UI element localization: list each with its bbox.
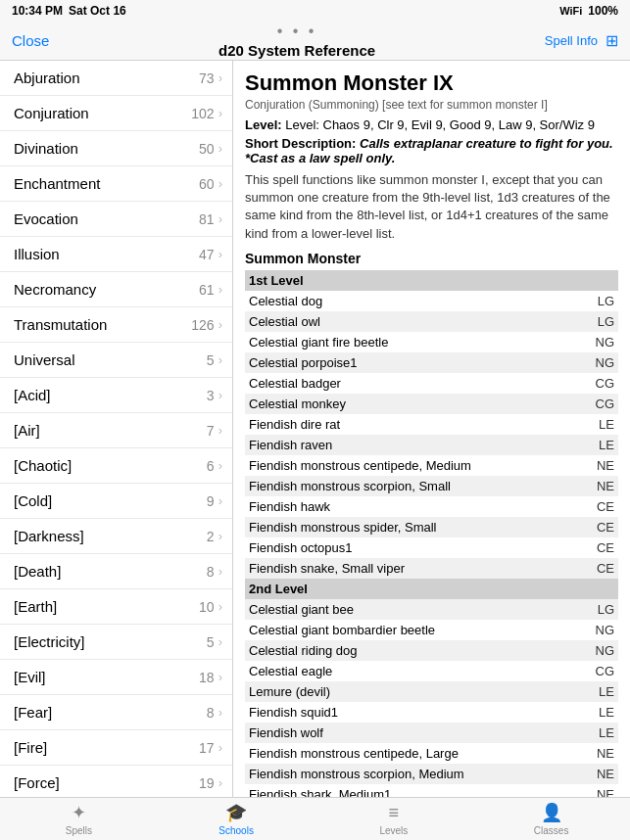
table-row[interactable]: Fiendish monstrous centipede, Large NE <box>245 743 618 764</box>
creature-align: NE <box>562 764 618 784</box>
sidebar-item[interactable]: Divination 50 › <box>0 131 232 166</box>
tab-classes[interactable]: 👤 Classes <box>472 798 630 840</box>
creature-name: Celestial eagle <box>245 661 562 681</box>
table-row[interactable]: Celestial monkey CG <box>245 394 618 414</box>
summon-table: 1st Level Celestial dog LG Celestial owl… <box>245 270 618 797</box>
table-row[interactable]: Fiendish monstrous spider, Small CE <box>245 517 618 537</box>
sidebar-item[interactable]: Enchantment 60 › <box>0 166 232 202</box>
creature-align: NG <box>562 620 618 640</box>
short-desc-label: Short Description: <box>245 136 356 151</box>
creature-name: Celestial porpoise1 <box>245 352 562 373</box>
table-row[interactable]: Fiendish raven LE <box>245 435 618 455</box>
table-row[interactable]: Celestial giant bombardier beetle NG <box>245 620 618 640</box>
creature-align: NE <box>562 476 618 496</box>
sidebar-item-right: 5 › <box>207 634 222 650</box>
sidebar-item-count: 7 <box>207 423 215 439</box>
table-row[interactable]: Celestial porpoise1 NG <box>245 352 618 373</box>
sidebar-item-right: 8 › <box>207 705 222 721</box>
sidebar-item[interactable]: Necromancy 61 › <box>0 272 232 307</box>
close-button[interactable]: Close <box>12 32 49 49</box>
chevron-right-icon: › <box>218 599 222 614</box>
sidebar-item[interactable]: [Darkness] 2 › <box>0 519 232 554</box>
table-row[interactable]: Fiendish monstrous scorpion, Small NE <box>245 476 618 496</box>
tab-schools[interactable]: 🎓 Schools <box>158 798 315 840</box>
table-row[interactable]: Celestial eagle CG <box>245 661 618 681</box>
chevron-right-icon: › <box>218 493 222 508</box>
sidebar-item[interactable]: Abjuration 73 › <box>0 61 232 96</box>
sidebar-item-count: 5 <box>207 634 215 650</box>
spell-title: Summon Monster IX <box>245 70 618 96</box>
sidebar-item[interactable]: [Acid] 3 › <box>0 378 232 413</box>
sidebar-item-label: Evocation <box>14 210 78 227</box>
sidebar-item[interactable]: [Air] 7 › <box>0 413 232 448</box>
sidebar-item[interactable]: [Force] 19 › <box>0 766 232 797</box>
sidebar-item[interactable]: Transmutation 126 › <box>0 307 232 343</box>
sidebar-item-right: 50 › <box>199 141 222 157</box>
sidebar-item-label: [Fire] <box>14 739 47 756</box>
sidebar-item[interactable]: [Earth] 10 › <box>0 589 232 625</box>
chevron-right-icon: › <box>218 70 222 85</box>
table-row[interactable]: Fiendish snake, Small viper CE <box>245 558 618 579</box>
sidebar-item-count: 60 <box>199 176 215 192</box>
table-row[interactable]: Fiendish wolf LE <box>245 723 618 743</box>
sidebar-item[interactable]: [Cold] 9 › <box>0 484 232 519</box>
sidebar-item[interactable]: [Fear] 8 › <box>0 695 232 730</box>
sidebar-item-right: 19 › <box>199 775 222 791</box>
sidebar-item-count: 9 <box>207 493 215 509</box>
sidebar-item-right: 3 › <box>207 388 222 403</box>
table-row[interactable]: Celestial owl LG <box>245 311 618 332</box>
table-row[interactable]: Celestial riding dog NG <box>245 640 618 661</box>
table-row[interactable]: Celestial giant bee LG <box>245 599 618 620</box>
sidebar-item-count: 126 <box>191 317 214 333</box>
creature-name: Lemure (devil) <box>245 681 562 702</box>
sidebar-item-label: [Earth] <box>14 598 57 615</box>
creature-name: Celestial monkey <box>245 394 562 414</box>
tab-levels[interactable]: ≡ Levels <box>315 798 473 840</box>
sidebar-item[interactable]: Evocation 81 › <box>0 202 232 237</box>
grid-icon[interactable]: ⊞ <box>606 31 618 50</box>
table-row[interactable]: Fiendish monstrous centipede, Medium NE <box>245 455 618 476</box>
tab-spells[interactable]: ✦ Spells <box>0 798 158 840</box>
creature-name: Fiendish monstrous spider, Small <box>245 517 562 537</box>
table-row[interactable]: Fiendish hawk CE <box>245 496 618 517</box>
table-row[interactable]: Fiendish shark, Medium1 NE <box>245 784 618 797</box>
level-header: 2nd Level <box>245 579 618 599</box>
table-row[interactable]: Celestial giant fire beetle NG <box>245 332 618 352</box>
sidebar-item[interactable]: Conjuration 102 › <box>0 96 232 131</box>
chevron-right-icon: › <box>218 352 222 367</box>
sidebar-item-right: 9 › <box>207 493 222 509</box>
sidebar-item-label: Illusion <box>14 246 60 262</box>
creature-name: Fiendish monstrous centipede, Medium <box>245 455 562 476</box>
sidebar-item-count: 81 <box>199 211 215 227</box>
sidebar-item[interactable]: [Chaotic] 6 › <box>0 448 232 484</box>
table-row[interactable]: Celestial dog LG <box>245 291 618 311</box>
sidebar-item[interactable]: [Electricity] 5 › <box>0 625 232 660</box>
creature-name: Fiendish squid1 <box>245 702 562 723</box>
spell-subtitle: Conjuration (Summoning) [see text for su… <box>245 98 618 112</box>
sidebar-item-count: 8 <box>207 705 215 721</box>
spell-short-desc: Short Description: Calls extraplanar cre… <box>245 136 618 165</box>
status-bar: 10:34 PM Sat Oct 16 WiFi 100% <box>0 0 630 22</box>
sidebar-item[interactable]: Universal 5 › <box>0 343 232 378</box>
creature-align: NG <box>562 352 618 373</box>
sidebar-item-count: 17 <box>199 740 215 756</box>
table-row[interactable]: Fiendish dire rat LE <box>245 414 618 435</box>
creature-name: Celestial owl <box>245 311 562 332</box>
level-label: 1st Level <box>245 270 618 291</box>
sidebar-item[interactable]: Illusion 47 › <box>0 237 232 272</box>
creature-name: Fiendish snake, Small viper <box>245 558 562 579</box>
creature-align: CE <box>562 537 618 558</box>
table-row[interactable]: Fiendish monstrous scorpion, Medium NE <box>245 764 618 784</box>
sidebar-item[interactable]: [Death] 8 › <box>0 554 232 589</box>
table-row[interactable]: Fiendish squid1 LE <box>245 702 618 723</box>
table-row[interactable]: Celestial badger CG <box>245 373 618 394</box>
tab-label: Classes <box>534 825 569 836</box>
table-row[interactable]: Lemure (devil) LE <box>245 681 618 702</box>
table-row[interactable]: Fiendish octopus1 CE <box>245 537 618 558</box>
sidebar-item[interactable]: [Evil] 18 › <box>0 660 232 695</box>
spell-info-button[interactable]: Spell Info <box>545 33 598 48</box>
tab-label: Levels <box>379 825 408 836</box>
sidebar-item-label: Abjuration <box>14 70 80 86</box>
spell-level: Level: Level: Chaos 9, Clr 9, Evil 9, Go… <box>245 117 618 132</box>
sidebar-item[interactable]: [Fire] 17 › <box>0 730 232 766</box>
